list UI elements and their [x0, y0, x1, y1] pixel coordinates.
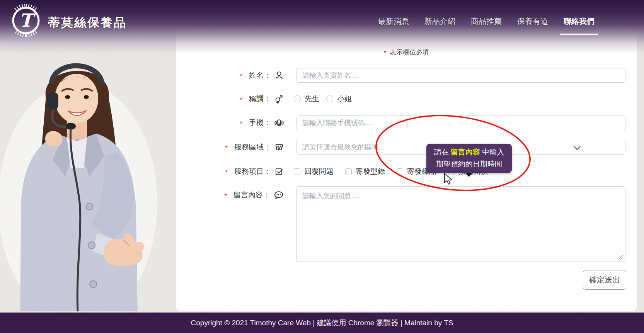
customer-service-photo: [0, 39, 159, 311]
nav-item-new-products[interactable]: 新品介紹: [424, 16, 455, 27]
message-textarea[interactable]: [296, 186, 625, 262]
footer: Copyright © 2021 Timothy Care Web | 建議使用…: [0, 313, 644, 333]
nav-item-recommendations[interactable]: 商品推薦: [471, 16, 502, 27]
brand-logo[interactable]: T: [9, 4, 43, 37]
active-nav-underline: [560, 34, 598, 35]
gender-icon: [274, 94, 284, 104]
title-field-label: * 稱謂：: [176, 92, 284, 106]
checkbox-reply-question[interactable]: [294, 168, 300, 175]
tooltip-line1: 請在 留言內容 中輸入: [426, 146, 512, 158]
checkbox-icon: [274, 166, 284, 177]
tooltip-highlight: 留言內容: [451, 148, 480, 156]
storefront-icon: [274, 142, 284, 152]
submit-button[interactable]: 確定送出: [583, 270, 626, 290]
name-field-label: * 姓名：: [176, 68, 284, 83]
checkbox-send-sample[interactable]: [397, 168, 403, 175]
brand-name: 蒂莫絲保養品: [48, 15, 127, 31]
phone-field-label: * 手機：: [176, 116, 284, 130]
tooltip-arrow-icon: [465, 173, 473, 177]
name-input[interactable]: [296, 68, 625, 83]
title-radio-group: 先生 小姐: [294, 92, 352, 106]
footer-copyright: Copyright © 2021 Timothy Care Web | 建議使用…: [191, 318, 453, 328]
message-field-label: * 留言內容：: [176, 188, 284, 202]
required-asterisk: *: [384, 50, 386, 56]
tooltip-line2: 期望預約的日期時間: [426, 158, 512, 170]
logo-letter: T: [19, 10, 36, 31]
page: T 蒂莫絲保養品 最新消息 新品介紹 商品推薦 保養有道 聯絡我們: [0, 0, 644, 333]
main-nav: 最新消息 新品介紹 商品推薦 保養有道 聯絡我們: [378, 16, 595, 27]
nav-item-contact-us[interactable]: 聯絡我們: [564, 16, 595, 27]
checkbox-send-catalog[interactable]: [345, 168, 352, 175]
nav-item-news[interactable]: 最新消息: [378, 16, 409, 27]
radio-option-mister[interactable]: 先生: [294, 94, 319, 104]
radio-mister[interactable]: [294, 95, 301, 102]
required-note: *表示欄位必填: [176, 48, 637, 57]
speech-bubble-icon: [273, 190, 284, 200]
services-field-label: * 服務項目：: [176, 164, 284, 179]
annotation-tooltip: 請在 留言內容 中輸入 期望預約的日期時間: [426, 144, 512, 173]
region-field-label: * 服務區域：: [176, 140, 284, 155]
textarea-resize-handle[interactable]: [618, 255, 623, 262]
header: T 蒂莫絲保養品 最新消息 新品介紹 商品推薦 保養有道 聯絡我們: [0, 0, 644, 42]
phone-input[interactable]: [296, 116, 625, 130]
nav-item-care-tips[interactable]: 保養有道: [517, 16, 548, 27]
chevron-down-icon: [574, 145, 581, 152]
mobile-phone-icon: [274, 118, 284, 128]
checkbox-option-reply-question[interactable]: 回覆問題: [294, 166, 334, 177]
radio-option-miss[interactable]: 小姐: [326, 94, 352, 104]
radio-miss[interactable]: [326, 95, 333, 102]
checkbox-option-send-catalog[interactable]: 寄發型錄: [345, 166, 385, 177]
person-icon: [274, 70, 284, 80]
